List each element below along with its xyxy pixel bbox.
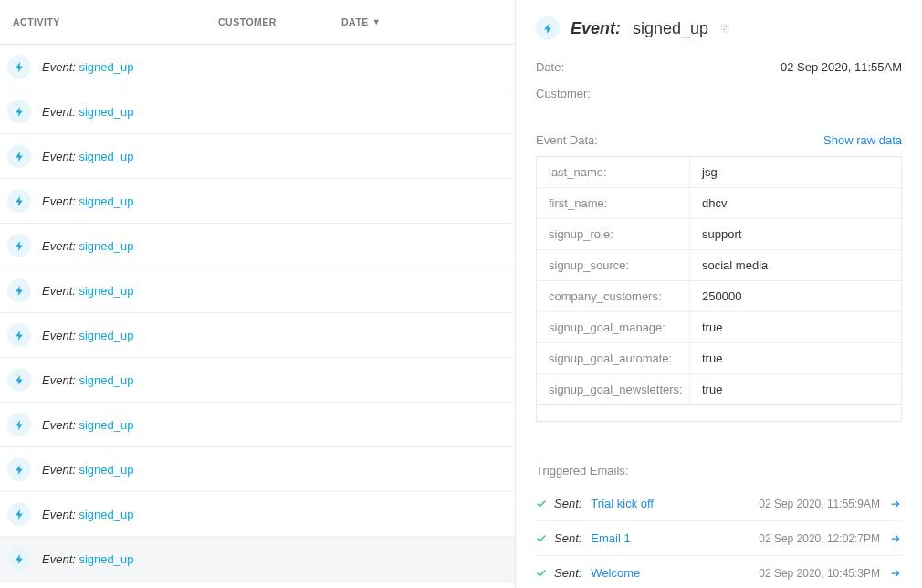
event-data-row: last_name: jsg <box>537 157 901 188</box>
bolt-icon <box>7 323 31 347</box>
event-data-value: jsg <box>690 157 901 187</box>
activity-text: Event: signed_up <box>42 418 133 432</box>
activity-row[interactable]: Event: signed_up <box>0 45 515 89</box>
column-header-date-label: DATE <box>341 16 369 27</box>
show-raw-data-link[interactable]: Show raw data <box>823 133 902 147</box>
activity-value: signed_up <box>79 60 133 74</box>
activity-row[interactable]: Event: signed_up <box>0 89 515 134</box>
activity-row[interactable]: Event: signed_up <box>0 179 515 224</box>
event-data-row: signup_goal_newsletters: true <box>537 374 901 404</box>
activity-text: Event: signed_up <box>42 373 133 387</box>
activity-text: Event: signed_up <box>42 239 133 253</box>
detail-customer-row: Customer: <box>536 87 902 100</box>
event-data-row: signup_goal_manage: true <box>537 312 901 343</box>
detail-title-value: signed_up <box>633 19 708 37</box>
bolt-icon <box>7 368 31 392</box>
event-data-label: Event Data: <box>536 133 598 147</box>
triggered-emails-list: Sent: Trial kick off 02 Sep 2020, 11:55:… <box>536 487 902 588</box>
event-data-key: company_customers: <box>537 281 690 311</box>
email-status: Sent: <box>554 497 581 510</box>
check-icon <box>536 499 547 509</box>
activity-label: Event: <box>42 508 76 521</box>
event-data-header: Event Data: Show raw data <box>536 133 902 147</box>
triggered-email-row: Sent: Trial kick off 02 Sep 2020, 11:55:… <box>536 487 902 521</box>
activity-value: signed_up <box>79 194 133 208</box>
event-data-row: signup_goal_automate: true <box>537 343 901 374</box>
activity-row[interactable]: Event: signed_up <box>0 537 515 582</box>
activity-list-pane: ACTIVITY CUSTOMER DATE ▼ Event: signed_u… <box>0 0 516 588</box>
column-header-customer[interactable]: CUSTOMER <box>218 16 341 27</box>
activity-row[interactable]: Event: signed_up <box>0 268 515 313</box>
detail-title-label: Event: <box>571 19 621 37</box>
activity-row[interactable]: Event: signed_up <box>0 403 515 447</box>
email-status: Sent: <box>554 531 581 545</box>
bolt-icon <box>7 100 31 123</box>
email-name-link[interactable]: Welcome <box>591 566 640 580</box>
activity-label: Event: <box>42 329 76 342</box>
activity-value: signed_up <box>79 552 133 566</box>
activity-value: signed_up <box>79 418 133 432</box>
activity-label: Event: <box>42 284 76 298</box>
activity-row[interactable]: Event: signed_up <box>0 492 515 537</box>
activity-value: signed_up <box>79 239 133 253</box>
event-data-key: signup_role: <box>537 219 690 249</box>
event-data-value: 250000 <box>690 281 901 311</box>
arrow-right-icon[interactable] <box>889 568 902 579</box>
event-data-row: first_name: dhcv <box>537 188 901 219</box>
event-data-value: true <box>690 343 901 373</box>
event-data-value: true <box>690 374 901 404</box>
activity-text: Event: signed_up <box>42 284 133 298</box>
activity-label: Event: <box>42 239 76 253</box>
bolt-icon <box>7 144 31 168</box>
arrow-right-icon[interactable] <box>889 499 902 509</box>
activity-row[interactable]: Event: signed_up <box>0 447 515 492</box>
activity-label: Event: <box>42 552 76 566</box>
sort-descending-icon: ▼ <box>372 17 381 26</box>
event-data-key: signup_source: <box>537 250 690 280</box>
event-data-key: first_name: <box>537 188 690 218</box>
activity-value: signed_up <box>79 105 133 119</box>
triggered-emails-label: Triggered Emails: <box>536 464 902 478</box>
column-header-activity[interactable]: ACTIVITY <box>13 16 218 27</box>
copy-icon[interactable] <box>719 23 730 34</box>
activity-row[interactable]: Event: signed_up <box>0 582 515 588</box>
activity-text: Event: signed_up <box>42 60 133 74</box>
bolt-icon <box>7 55 31 79</box>
activity-text: Event: signed_up <box>42 508 133 521</box>
event-data-key: signup_goal_automate: <box>537 343 690 373</box>
event-data-row: signup_role: support <box>537 219 901 250</box>
activity-value: signed_up <box>79 329 133 342</box>
activity-text: Event: signed_up <box>42 194 133 208</box>
bolt-icon <box>7 278 31 302</box>
activity-label: Event: <box>42 150 76 163</box>
activity-label: Event: <box>42 418 76 432</box>
activity-table-header: ACTIVITY CUSTOMER DATE ▼ <box>0 0 515 45</box>
arrow-right-icon[interactable] <box>889 533 902 544</box>
detail-customer-label: Customer: <box>536 87 591 100</box>
bolt-icon <box>7 547 31 571</box>
email-date: 02 Sep 2020, 10:45:3PM <box>759 567 880 580</box>
event-data-value: social media <box>690 250 901 280</box>
event-data-table: last_name: jsg first_name: dhcv signup_r… <box>536 156 902 405</box>
activity-row[interactable]: Event: signed_up <box>0 358 515 403</box>
bolt-icon <box>7 189 31 213</box>
activity-label: Event: <box>42 373 76 387</box>
event-data-row: company_customers: 250000 <box>537 281 901 312</box>
column-header-date[interactable]: DATE ▼ <box>341 16 396 27</box>
detail-date-label: Date: <box>536 60 564 74</box>
detail-date-value: 02 Sep 2020, 11:55AM <box>781 60 902 74</box>
activity-row[interactable]: Event: signed_up <box>0 224 515 268</box>
email-date: 02 Sep 2020, 11:55:9AM <box>759 498 880 510</box>
event-data-value: true <box>690 312 901 342</box>
email-name-link[interactable]: Email 1 <box>591 531 630 545</box>
activity-row[interactable]: Event: signed_up <box>0 134 515 179</box>
activity-text: Event: signed_up <box>42 329 133 342</box>
bolt-icon <box>7 502 31 526</box>
email-name-link[interactable]: Trial kick off <box>591 497 654 510</box>
activity-label: Event: <box>42 463 76 477</box>
activity-list[interactable]: Event: signed_up Event: signed_up Event:… <box>0 45 515 588</box>
activity-row[interactable]: Event: signed_up <box>0 313 515 358</box>
triggered-email-row: Sent: Welcome 02 Sep 2020, 10:45:3PM <box>536 556 902 588</box>
email-date: 02 Sep 2020, 12:02:7PM <box>759 532 880 545</box>
event-data-row: signup_source: social media <box>537 250 901 281</box>
